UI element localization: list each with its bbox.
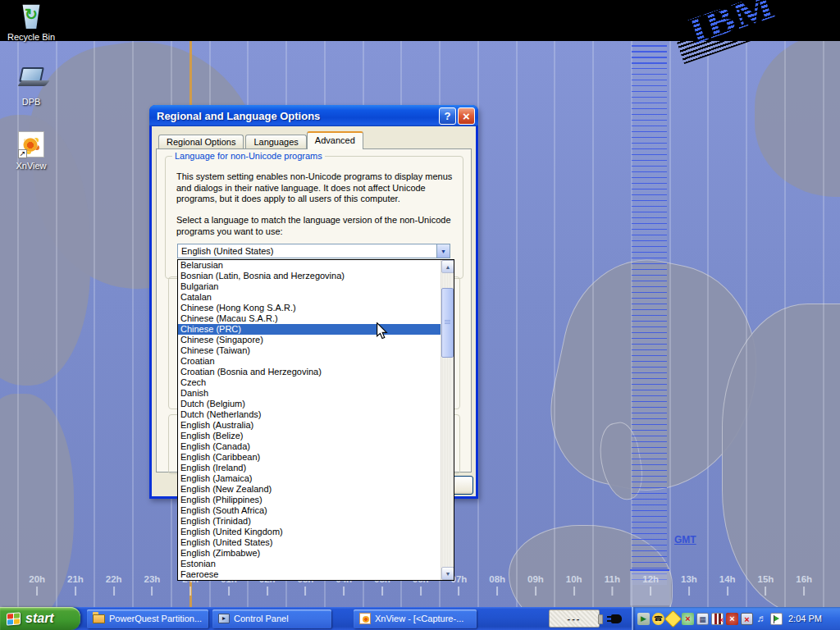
desktop-icon-recycle-bin[interactable]: ↻ Recycle Bin <box>0 2 62 42</box>
list-item[interactable]: Bosnian (Latin, Bosnia and Herzegovina) <box>178 271 441 281</box>
hour-label: 09h <box>527 574 544 596</box>
battery-indicator: --- <box>549 609 600 628</box>
language-list: BelarusianBosnian (Latin, Bosnia and Her… <box>177 259 454 581</box>
combobox-value: English (United States) <box>178 246 436 256</box>
list-item[interactable]: English (Caribbean) <box>178 452 441 463</box>
tab-languages[interactable]: Languages <box>245 135 306 149</box>
tab-regional-options[interactable]: Regional Options <box>158 135 244 149</box>
taskbar-button-label: Control Panel <box>234 614 289 623</box>
list-item[interactable]: English (Canada) <box>178 441 441 452</box>
list-item[interactable]: Danish <box>178 388 441 399</box>
list-item[interactable]: Croatian <box>178 356 441 367</box>
list-item[interactable]: Czech <box>178 377 441 388</box>
control-panel-icon: ▸ <box>218 614 230 623</box>
close-button[interactable]: × <box>458 107 475 125</box>
phone-agent-icon[interactable]: ☎ <box>652 613 664 625</box>
ac-power-plug-icon <box>611 614 622 623</box>
hour-label: 21h <box>67 574 84 596</box>
dla-icon[interactable] <box>664 609 682 627</box>
battery-text: --- <box>568 614 582 623</box>
hour-label: 22h <box>106 574 122 596</box>
xnview-icon: ↗ <box>16 131 46 159</box>
gmt-meridian-band <box>632 45 667 585</box>
list-item[interactable]: English (Australia) <box>178 420 441 431</box>
help-button[interactable]: ? <box>439 107 456 125</box>
recycle-bin-icon: ↻ <box>16 2 46 30</box>
list-item[interactable]: English (Philippines) <box>178 495 441 505</box>
xnview-taskbar-icon <box>359 613 371 624</box>
list-item[interactable]: English (South Africa) <box>178 505 441 516</box>
taskbar: start PowerQuest Partition... ▸ Control … <box>0 607 840 630</box>
list-item[interactable]: English (New Zealand) <box>178 484 441 495</box>
taskbar-button-powerquest[interactable]: PowerQuest Partition... <box>87 609 208 628</box>
dialog-title: Regional and Language Options <box>157 110 437 122</box>
start-label: start <box>25 611 54 626</box>
list-item[interactable]: Dutch (Netherlands) <box>178 409 441 420</box>
list-item[interactable]: Dutch (Belgium) <box>178 399 441 409</box>
network-places-icon[interactable]: ▦ <box>696 613 709 625</box>
hour-label: 23h <box>144 574 161 596</box>
hour-label: 08h <box>489 574 505 596</box>
folder-icon <box>93 614 105 623</box>
scrollbar[interactable]: ▲ ▼ <box>441 260 454 580</box>
list-item[interactable]: Chinese (Taiwan) <box>178 345 441 356</box>
scroll-down-icon[interactable]: ▼ <box>441 567 454 580</box>
hour-label: 12h <box>642 574 659 596</box>
display-error-icon[interactable]: × <box>741 613 753 625</box>
gmt-label: GMT <box>674 534 696 546</box>
desktop-icon-dpb[interactable]: DPB <box>0 67 62 107</box>
volume-icon[interactable]: ♬ <box>756 613 768 625</box>
dpb-label: DPB <box>22 97 41 107</box>
device-error-icon[interactable]: × <box>726 613 738 625</box>
tab-advanced[interactable]: Advanced <box>307 131 363 149</box>
tab-strip: Regional Options Languages Advanced <box>158 134 363 149</box>
hour-label: 14h <box>719 574 736 596</box>
desktop-icon-xnview[interactable]: ↗ XnView <box>0 131 62 171</box>
taskbar-button-control-panel[interactable]: ▸ Control Panel <box>212 609 331 628</box>
list-item[interactable]: Bulgarian <box>178 281 441 292</box>
list-item[interactable]: Chinese (Singapore) <box>178 335 441 345</box>
list-item[interactable]: English (Belize) <box>178 431 441 441</box>
hour-label: 15h <box>758 574 774 596</box>
list-item[interactable]: Belarusian <box>178 260 441 271</box>
taskbar-clock: 2:04 PM <box>788 614 827 623</box>
list-item[interactable]: English (United Kingdom) <box>178 527 441 537</box>
list-item[interactable]: Faeroese <box>178 569 441 580</box>
scheduler-flag-icon[interactable] <box>770 613 783 625</box>
list-item[interactable]: English (Ireland) <box>178 463 441 473</box>
laptop-icon <box>16 67 46 95</box>
list-item[interactable]: Estonian <box>178 559 441 569</box>
list-item[interactable]: Croatian (Bosnia and Herzegovina) <box>178 367 441 377</box>
hour-label: 11h <box>605 574 620 596</box>
list-item[interactable]: Catalan <box>178 292 441 303</box>
removable-media-icon[interactable]: ▶ <box>637 613 650 625</box>
list-item[interactable]: Chinese (PRC) <box>178 324 441 335</box>
hour-label: 13h <box>681 574 697 596</box>
scroll-up-icon[interactable]: ▲ <box>441 260 454 273</box>
shortcut-arrow-icon: ↗ <box>18 149 27 158</box>
hour-label: 20h <box>29 574 45 596</box>
dialog-titlebar[interactable]: Regional and Language Options ? × <box>149 105 478 126</box>
list-item[interactable]: Chinese (Hong Kong S.A.R.) <box>178 303 441 313</box>
list-item[interactable]: English (Jamaica) <box>178 473 441 484</box>
mouse-cursor <box>375 322 390 342</box>
non-unicode-instruction: Select a language to match the language … <box>176 215 451 237</box>
scrollbar-thumb[interactable] <box>441 288 454 358</box>
xnview-label: XnView <box>16 161 46 171</box>
language-combobox[interactable]: English (United States) ▼ <box>177 244 450 258</box>
list-item[interactable]: English (United States) <box>178 537 441 548</box>
hour-label: 10h <box>566 574 582 596</box>
combobox-dropdown-icon[interactable]: ▼ <box>436 244 450 258</box>
start-button[interactable]: start <box>0 607 80 630</box>
windows-flag-icon <box>7 612 21 625</box>
groupbox-title: Language for non-Unicode programs <box>172 151 325 161</box>
performance-alert-icon[interactable] <box>711 613 724 625</box>
hour-label: 16h <box>796 574 812 596</box>
taskbar-button-label: XnView - [<Capture-... <box>375 614 463 623</box>
list-item[interactable]: Chinese (Macau S.A.R.) <box>178 313 441 324</box>
messenger-offline-icon[interactable]: × <box>682 613 694 625</box>
non-unicode-description: This system setting enables non-Unicode … <box>176 171 452 205</box>
list-item[interactable]: English (Zimbabwe) <box>178 548 441 559</box>
taskbar-button-xnview[interactable]: XnView - [<Capture-... <box>354 609 477 628</box>
list-item[interactable]: English (Trinidad) <box>178 516 441 527</box>
